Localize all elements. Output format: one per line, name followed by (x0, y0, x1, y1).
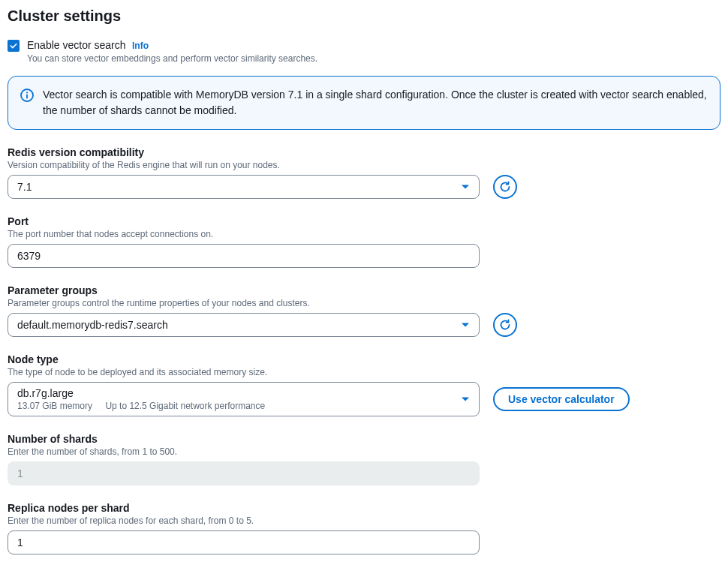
node-type-description: The type of node to be deployed and its … (8, 367, 720, 377)
parameter-groups-refresh-button[interactable] (493, 313, 517, 337)
redis-version-label: Redis version compatibility (8, 146, 720, 158)
node-type-details: 13.07 GiB memory Up to 12.5 Gigabit netw… (17, 401, 275, 411)
node-type-label: Node type (8, 353, 720, 365)
redis-version-description: Version compatibility of the Redis engin… (8, 160, 720, 170)
chevron-down-icon (461, 320, 470, 329)
number-of-shards-input (8, 461, 480, 485)
parameter-groups-description: Parameter groups control the runtime pro… (8, 298, 720, 308)
svg-rect-2 (26, 95, 28, 99)
parameter-groups-label: Parameter groups (8, 284, 720, 296)
port-description: The port number that nodes accept connec… (8, 229, 720, 239)
chevron-down-icon (461, 182, 470, 191)
node-type-memory: 13.07 GiB memory (17, 401, 92, 411)
node-type-field: Node type The type of node to be deploye… (8, 353, 720, 416)
port-label: Port (8, 215, 720, 227)
enable-vector-search-label: Enable vector search (27, 39, 126, 51)
parameter-groups-field: Parameter groups Parameter groups contro… (8, 284, 720, 337)
node-type-value: db.r7g.large (17, 387, 275, 399)
replica-nodes-description: Enter the number of replica nodes for ea… (8, 515, 720, 526)
number-of-shards-field: Number of shards Enter the number of sha… (8, 433, 720, 485)
port-field: Port The port number that nodes accept c… (8, 215, 720, 268)
enable-vector-search-description: You can store vector embeddings and perf… (27, 53, 720, 64)
enable-vector-search-field: Enable vector search Info You can store … (8, 38, 720, 64)
node-type-network: Up to 12.5 Gigabit network performance (105, 401, 265, 411)
enable-vector-search-checkbox[interactable] (8, 40, 20, 52)
info-icon (20, 89, 34, 102)
check-icon (9, 41, 18, 50)
info-banner: Vector search is compatible with MemoryD… (8, 76, 720, 130)
replica-nodes-label: Replica nodes per shard (8, 502, 720, 514)
number-of-shards-label: Number of shards (8, 433, 720, 445)
parameter-groups-select[interactable]: default.memorydb-redis7.search (8, 313, 480, 337)
svg-point-1 (26, 92, 28, 93)
redis-version-select[interactable]: 7.1 (8, 175, 480, 199)
number-of-shards-description: Enter the number of shards, from 1 to 50… (8, 446, 720, 457)
replica-nodes-field: Replica nodes per shard Enter the number… (8, 502, 720, 554)
parameter-groups-value: default.memorydb-redis7.search (17, 319, 168, 331)
info-link[interactable]: Info (132, 41, 149, 51)
redis-version-value: 7.1 (17, 181, 32, 193)
chevron-down-icon (461, 395, 470, 404)
use-vector-calculator-button[interactable]: Use vector calculator (493, 387, 630, 411)
refresh-icon (499, 181, 511, 193)
replica-nodes-input[interactable] (8, 530, 480, 554)
node-type-select[interactable]: db.r7g.large 13.07 GiB memory Up to 12.5… (8, 382, 480, 416)
page-title: Cluster settings (8, 8, 720, 25)
port-input[interactable] (8, 244, 480, 268)
redis-version-field: Redis version compatibility Version comp… (8, 146, 720, 199)
redis-version-refresh-button[interactable] (493, 175, 517, 199)
checkbox-content: Enable vector search Info You can store … (27, 38, 720, 64)
info-banner-text: Vector search is compatible with MemoryD… (43, 87, 708, 119)
refresh-icon (499, 319, 511, 331)
